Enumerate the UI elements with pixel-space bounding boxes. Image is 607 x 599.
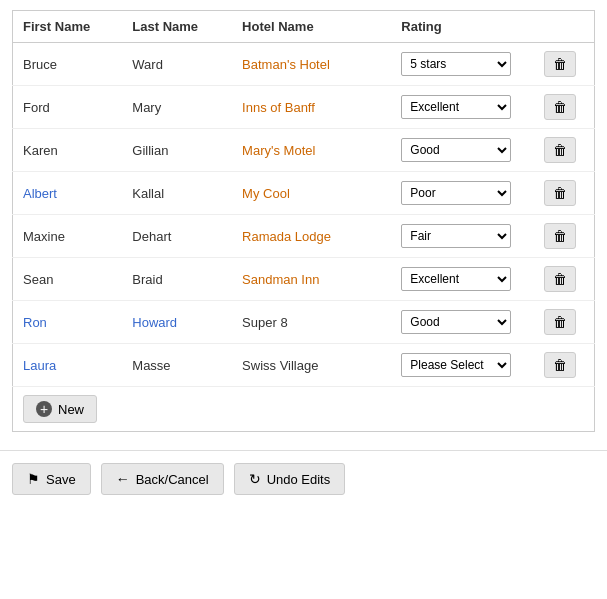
- rating-select[interactable]: Please Select5 starsExcellentGoodPoorFai…: [401, 224, 511, 248]
- cell-hotelname: Mary's Motel: [232, 129, 391, 172]
- cell-hotelname: Super 8: [232, 301, 391, 344]
- rating-select[interactable]: Please Select5 starsExcellentGoodPoorFai…: [401, 310, 511, 334]
- trash-icon: 🗑: [553, 99, 567, 115]
- table-row: MaxineDehartRamada LodgePlease Select5 s…: [13, 215, 595, 258]
- save-label: Save: [46, 472, 76, 487]
- cell-action: 🗑: [534, 129, 594, 172]
- lastname-link[interactable]: Howard: [132, 315, 177, 330]
- undo-edits-label: Undo Edits: [267, 472, 331, 487]
- lastname-text: Dehart: [132, 229, 171, 244]
- delete-button[interactable]: 🗑: [544, 266, 576, 292]
- lastname-text: Ward: [132, 57, 163, 72]
- cell-action: 🗑: [534, 172, 594, 215]
- cell-lastname: Kallal: [122, 172, 232, 215]
- cell-action: 🗑: [534, 344, 594, 387]
- hotelname-text: Swiss Village: [242, 358, 318, 373]
- rating-select[interactable]: Please Select5 starsExcellentGoodPoorFai…: [401, 267, 511, 291]
- cell-rating: Please Select5 starsExcellentGoodPoorFai…: [391, 86, 534, 129]
- rating-select[interactable]: Please Select5 starsExcellentGoodPoorFai…: [401, 52, 511, 76]
- rating-select[interactable]: Please Select5 starsExcellentGoodPoorFai…: [401, 95, 511, 119]
- hotelname-link[interactable]: Batman's Hotel: [242, 57, 330, 72]
- cell-hotelname: Inns of Banff: [232, 86, 391, 129]
- firstname-text: Sean: [23, 272, 53, 287]
- cell-lastname: Howard: [122, 301, 232, 344]
- hotelname-link[interactable]: Mary's Motel: [242, 143, 315, 158]
- cell-action: 🗑: [534, 215, 594, 258]
- header-hotelname: Hotel Name: [232, 11, 391, 43]
- table-row: KarenGillianMary's MotelPlease Select5 s…: [13, 129, 595, 172]
- trash-icon: 🗑: [553, 56, 567, 72]
- delete-button[interactable]: 🗑: [544, 137, 576, 163]
- undo-icon: ↻: [249, 471, 261, 487]
- hotelname-link[interactable]: Inns of Banff: [242, 100, 315, 115]
- firstname-link[interactable]: Laura: [23, 358, 56, 373]
- cell-firstname: Bruce: [13, 43, 123, 86]
- back-icon: ←: [116, 471, 130, 487]
- table-row: AlbertKallalMy CoolPlease Select5 starsE…: [13, 172, 595, 215]
- new-label: New: [58, 402, 84, 417]
- firstname-link[interactable]: Albert: [23, 186, 57, 201]
- delete-button[interactable]: 🗑: [544, 180, 576, 206]
- cell-action: 🗑: [534, 258, 594, 301]
- main-container: First Name Last Name Hotel Name Rating B…: [0, 0, 607, 442]
- cell-lastname: Ward: [122, 43, 232, 86]
- table-header-row: First Name Last Name Hotel Name Rating: [13, 11, 595, 43]
- cell-action: 🗑: [534, 86, 594, 129]
- save-button[interactable]: ⚑ Save: [12, 463, 91, 495]
- rating-select[interactable]: Please Select5 starsExcellentGoodPoorFai…: [401, 353, 511, 377]
- cell-firstname: Ford: [13, 86, 123, 129]
- cell-hotelname: Ramada Lodge: [232, 215, 391, 258]
- save-icon: ⚑: [27, 471, 40, 487]
- delete-button[interactable]: 🗑: [544, 223, 576, 249]
- header-action: [534, 11, 594, 43]
- header-lastname: Last Name: [122, 11, 232, 43]
- cell-firstname: Laura: [13, 344, 123, 387]
- data-table: First Name Last Name Hotel Name Rating B…: [12, 10, 595, 432]
- firstname-text: Bruce: [23, 57, 57, 72]
- firstname-link[interactable]: Ron: [23, 315, 47, 330]
- cell-hotelname: My Cool: [232, 172, 391, 215]
- cell-hotelname: Swiss Village: [232, 344, 391, 387]
- delete-button[interactable]: 🗑: [544, 352, 576, 378]
- trash-icon: 🗑: [553, 185, 567, 201]
- cell-rating: Please Select5 starsExcellentGoodPoorFai…: [391, 172, 534, 215]
- cell-lastname: Masse: [122, 344, 232, 387]
- delete-button[interactable]: 🗑: [544, 51, 576, 77]
- cell-rating: Please Select5 starsExcellentGoodPoorFai…: [391, 129, 534, 172]
- lastname-text: Kallal: [132, 186, 164, 201]
- rating-select[interactable]: Please Select5 starsExcellentGoodPoorFai…: [401, 181, 511, 205]
- plus-icon: +: [36, 401, 52, 417]
- trash-icon: 🗑: [553, 228, 567, 244]
- cell-rating: Please Select5 starsExcellentGoodPoorFai…: [391, 301, 534, 344]
- new-button[interactable]: +New: [23, 395, 97, 423]
- lastname-text: Braid: [132, 272, 162, 287]
- lastname-text: Gillian: [132, 143, 168, 158]
- delete-button[interactable]: 🗑: [544, 309, 576, 335]
- new-cell: +New: [13, 387, 595, 432]
- table-row: SeanBraidSandman InnPlease Select5 stars…: [13, 258, 595, 301]
- cell-hotelname: Sandman Inn: [232, 258, 391, 301]
- firstname-text: Karen: [23, 143, 58, 158]
- back-cancel-label: Back/Cancel: [136, 472, 209, 487]
- cell-firstname: Maxine: [13, 215, 123, 258]
- cell-action: 🗑: [534, 301, 594, 344]
- table-row: LauraMasseSwiss VillagePlease Select5 st…: [13, 344, 595, 387]
- hotelname-link[interactable]: Sandman Inn: [242, 272, 319, 287]
- cell-rating: Please Select5 starsExcellentGoodPoorFai…: [391, 344, 534, 387]
- back-cancel-button[interactable]: ← Back/Cancel: [101, 463, 224, 495]
- firstname-text: Maxine: [23, 229, 65, 244]
- cell-lastname: Mary: [122, 86, 232, 129]
- cell-rating: Please Select5 starsExcellentGoodPoorFai…: [391, 215, 534, 258]
- cell-firstname: Ron: [13, 301, 123, 344]
- firstname-text: Ford: [23, 100, 50, 115]
- header-rating: Rating: [391, 11, 534, 43]
- lastname-text: Masse: [132, 358, 170, 373]
- cell-firstname: Albert: [13, 172, 123, 215]
- cell-lastname: Braid: [122, 258, 232, 301]
- header-firstname: First Name: [13, 11, 123, 43]
- delete-button[interactable]: 🗑: [544, 94, 576, 120]
- hotelname-link[interactable]: Ramada Lodge: [242, 229, 331, 244]
- rating-select[interactable]: Please Select5 starsExcellentGoodPoorFai…: [401, 138, 511, 162]
- hotelname-link[interactable]: My Cool: [242, 186, 290, 201]
- undo-edits-button[interactable]: ↻ Undo Edits: [234, 463, 346, 495]
